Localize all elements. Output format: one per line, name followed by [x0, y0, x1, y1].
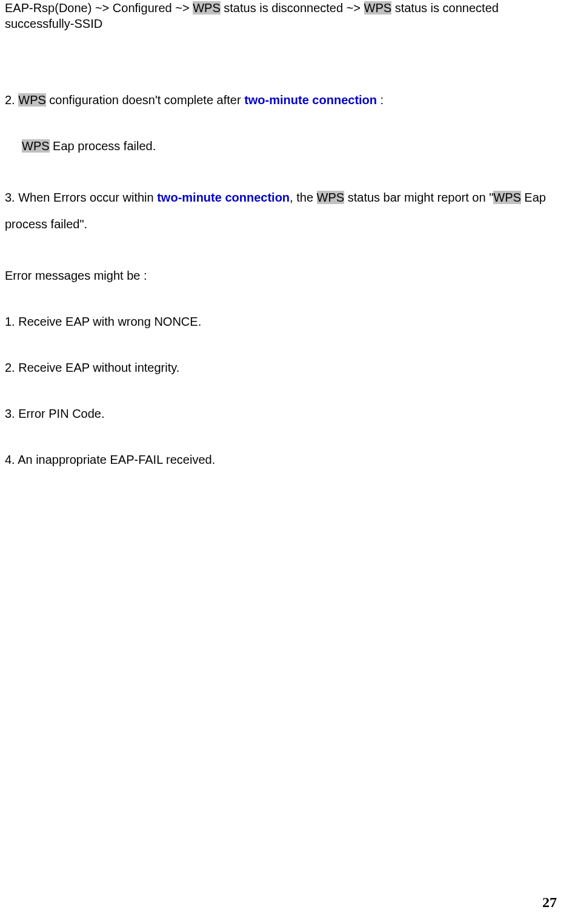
- text-segment: , the: [290, 191, 316, 204]
- text-segment: configuration doesn't complete after: [46, 93, 244, 107]
- error-item-3: 3. Error PIN Code.: [5, 406, 567, 421]
- text-segment: 2.: [5, 93, 18, 107]
- wps-highlight: WPS: [317, 191, 345, 204]
- text-segment: 3. When Errors occur within: [5, 191, 157, 204]
- error-intro: Error messages might be :: [5, 268, 567, 283]
- text-segment: EAP-Rsp(Done) ~> Configured ~>: [5, 1, 193, 15]
- bold-blue-text: two-minute connection: [157, 191, 290, 204]
- wps-highlight: WPS: [22, 139, 50, 153]
- text-segment: status is disconnected ~>: [221, 1, 364, 15]
- bold-blue-text: two-minute connection: [244, 93, 377, 107]
- wps-highlight: WPS: [193, 1, 221, 15]
- page-number: 27: [542, 893, 557, 912]
- error-item-1: 1. Receive EAP with wrong NONCE.: [5, 314, 567, 329]
- wps-highlight: WPS: [364, 1, 392, 15]
- wps-highlight: WPS: [493, 191, 521, 204]
- text-segment: :: [377, 93, 384, 107]
- error-item-4: 4. An inappropriate EAP-FAIL received.: [5, 452, 567, 467]
- error-item-2: 2. Receive EAP without integrity.: [5, 360, 567, 375]
- list-item-3: 3. When Errors occur within two-minute c…: [5, 184, 567, 237]
- status-chain-text: EAP-Rsp(Done) ~> Configured ~> WPS statu…: [5, 0, 567, 31]
- list-item-2-sub: WPS Eap process failed.: [5, 138, 567, 154]
- text-segment: status bar might report on ": [344, 191, 493, 204]
- wps-highlight: WPS: [18, 93, 46, 107]
- list-item-2: 2. WPS configuration doesn't complete af…: [5, 92, 567, 108]
- text-segment: Eap process failed.: [50, 139, 156, 153]
